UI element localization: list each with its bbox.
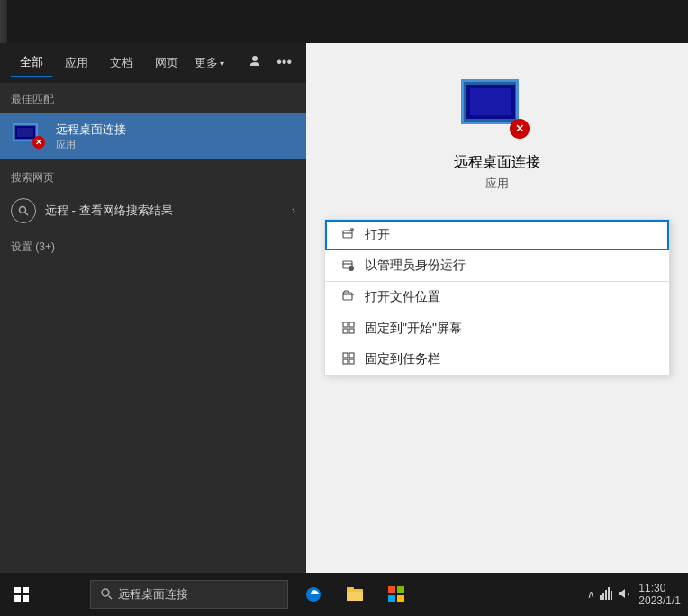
menu-item-pin-to-taskbar[interactable]: 固定到任务栏: [325, 344, 669, 375]
menu-item-open[interactable]: 打开: [325, 220, 669, 250]
menu-pin-to-taskbar-label: 固定到任务栏: [365, 351, 440, 367]
detail-app-name: 远程桌面连接: [454, 153, 540, 172]
search-tabs: 全部 应用 文档 网页 更多 ▾ •••: [0, 43, 306, 83]
search-circle-icon: [11, 198, 36, 223]
rdp-cancel-badge: ✕: [32, 136, 45, 149]
svg-rect-30: [608, 587, 610, 600]
svg-rect-23: [388, 586, 395, 593]
svg-rect-16: [343, 359, 348, 364]
svg-rect-25: [388, 595, 395, 602]
settings-label: 设置 (3+): [0, 231, 306, 260]
svg-line-19: [109, 595, 113, 599]
detail-panel: ✕ 远程桌面连接 应用 打开 A: [306, 43, 688, 616]
svg-rect-12: [343, 329, 348, 333]
taskbar-search-text: 远程桌面连接: [118, 586, 188, 602]
tab-docs[interactable]: 文档: [101, 50, 142, 77]
best-match-subtitle: 应用: [56, 138, 126, 151]
taskbar-store-icon[interactable]: [378, 573, 414, 616]
folder-icon: [339, 290, 358, 305]
tab-more[interactable]: 更多 ▾: [195, 55, 224, 71]
taskbar-edge-icon[interactable]: [295, 573, 331, 616]
taskbar-search-icon: [100, 587, 113, 602]
svg-line-1: [25, 213, 29, 216]
detail-app-icon: ✕: [461, 79, 533, 142]
context-menu: 打开 A 以管理员身份运行 打开文件位置: [324, 219, 670, 376]
detail-cancel-badge: ✕: [510, 119, 530, 139]
svg-rect-22: [347, 592, 363, 601]
network-icon[interactable]: [599, 586, 613, 603]
more-options-icon[interactable]: •••: [273, 50, 295, 76]
pin-start-icon: [339, 322, 358, 337]
taskbar-right-area: ∧ 11:302023/1/1: [587, 582, 688, 607]
admin-icon: A: [339, 258, 358, 274]
tab-apps[interactable]: 应用: [56, 50, 97, 77]
best-match-item[interactable]: ✕ 远程桌面连接 应用: [0, 113, 306, 159]
detail-top: ✕ 远程桌面连接 应用: [306, 43, 688, 210]
menu-item-open-file-location[interactable]: 打开文件位置: [325, 282, 669, 313]
svg-rect-28: [602, 593, 604, 600]
svg-rect-24: [397, 586, 404, 593]
svg-rect-14: [343, 353, 348, 358]
chevron-down-icon: ▾: [220, 59, 224, 68]
menu-open-file-location-label: 打开文件位置: [365, 289, 440, 305]
svg-rect-2: [343, 231, 352, 238]
svg-rect-31: [611, 591, 612, 600]
rdp-app-icon: ✕: [11, 120, 47, 152]
svg-rect-26: [397, 595, 404, 602]
clock: 11:302023/1/1: [638, 582, 681, 607]
svg-rect-17: [349, 359, 354, 364]
svg-rect-13: [349, 329, 354, 333]
menu-item-run-as-admin[interactable]: A 以管理员身份运行: [325, 250, 669, 281]
chevron-right-icon: ›: [292, 204, 295, 217]
svg-rect-15: [349, 353, 354, 358]
taskbar-search-box[interactable]: 远程桌面连接: [90, 580, 288, 609]
svg-point-18: [102, 589, 109, 596]
best-match-info: 远程桌面连接 应用: [56, 122, 126, 151]
menu-run-as-admin-label: 以管理员身份运行: [365, 258, 466, 274]
start-button[interactable]: [0, 573, 43, 616]
open-window-icon: [339, 228, 358, 243]
menu-pin-to-start-label: 固定到"开始"屏幕: [365, 321, 462, 337]
svg-rect-11: [349, 322, 354, 327]
best-match-label: 最佳匹配: [0, 83, 306, 113]
system-tray-up-icon[interactable]: ∧: [587, 588, 595, 601]
taskbar-explorer-icon[interactable]: [337, 573, 373, 616]
svg-rect-29: [605, 590, 607, 600]
taskbar-app-icons: [295, 573, 414, 616]
svg-rect-27: [600, 595, 602, 600]
svg-rect-9: [343, 293, 352, 300]
menu-item-pin-to-start[interactable]: 固定到"开始"屏幕: [325, 313, 669, 344]
search-panel: 全部 应用 文档 网页 更多 ▾ ••• 最佳匹配: [0, 43, 306, 616]
web-search-label: 搜索网页: [0, 161, 306, 191]
menu-open-label: 打开: [365, 227, 390, 243]
detail-app-type: 应用: [485, 176, 509, 192]
tab-web[interactable]: 网页: [146, 50, 187, 77]
web-search-text: 远程 - 查看网络搜索结果: [45, 203, 173, 219]
best-match-title: 远程桌面连接: [56, 122, 126, 138]
volume-icon[interactable]: [617, 586, 631, 603]
person-icon[interactable]: [244, 50, 266, 76]
windows-logo-icon: [14, 587, 29, 602]
pin-taskbar-icon: [339, 352, 358, 367]
tab-all[interactable]: 全部: [11, 49, 52, 77]
web-search-item[interactable]: 远程 - 查看网络搜索结果 ›: [0, 191, 306, 231]
tab-actions: •••: [244, 50, 295, 76]
taskbar: 远程桌面连接: [0, 573, 688, 616]
svg-rect-21: [347, 587, 354, 591]
svg-rect-10: [343, 322, 348, 327]
svg-point-0: [20, 207, 26, 213]
